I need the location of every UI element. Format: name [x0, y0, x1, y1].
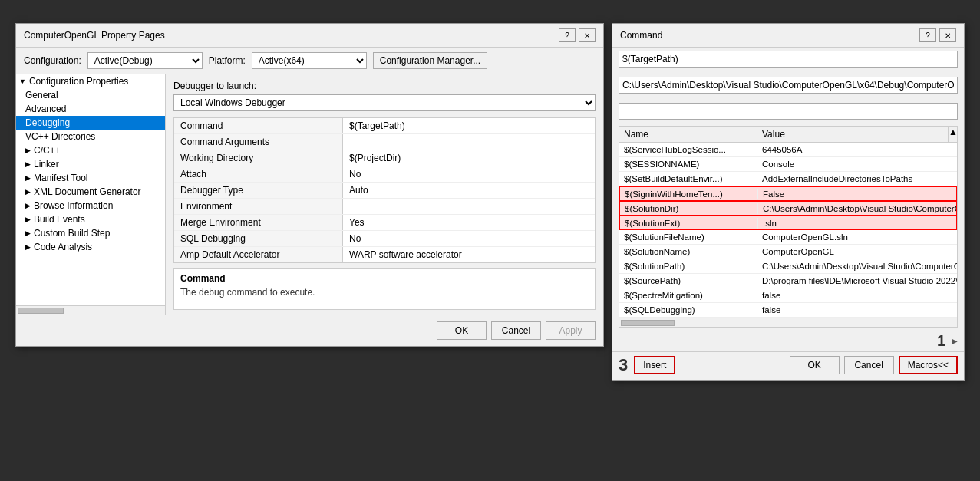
sidebar: ▼ Configuration Properties General Advan… [16, 74, 166, 305]
macro-scroll-thumb[interactable] [621, 320, 675, 326]
sidebar-item-vc-dirs[interactable]: VC++ Directories [16, 130, 165, 143]
macro-row[interactable]: $(SQLDebugging) false [619, 303, 957, 318]
expand-icon: ▶ [25, 229, 31, 237]
macro-row[interactable]: $(SetBuildDefaultEnvir...) AddExternalIn… [619, 172, 957, 186]
macro-row[interactable]: $(ServiceHubLogSessio... 6445056A [619, 143, 957, 157]
command-dialog: Command ? ✕ Name Value ▲ [612, 23, 965, 381]
main-property-pages-dialog: ComputerOpenGL Property Pages ? ✕ Config… [15, 23, 604, 347]
sidebar-item-build-events[interactable]: ▶ Build Events [16, 212, 165, 226]
number-label-1: 1 [937, 332, 945, 350]
macro-row[interactable]: $(SpectreMitigation) false [619, 288, 957, 303]
arrow-icon: ▼ [19, 77, 26, 85]
sidebar-item-label: Code Analysis [34, 242, 92, 252]
sidebar-item-general[interactable]: General [16, 88, 165, 102]
configuration-select[interactable]: Active(Debug) [87, 52, 203, 69]
sidebar-item-code-analysis[interactable]: ▶ Code Analysis [16, 240, 165, 254]
sidebar-item-browse-info[interactable]: ▶ Browse Information [16, 199, 165, 212]
cmd-ok-button[interactable]: OK [790, 356, 840, 374]
scroll-arrow: ▶ [952, 337, 958, 345]
cmd-help-button[interactable]: ? [919, 28, 936, 42]
macro-value: false [757, 290, 957, 301]
sidebar-horizontal-scrollbar[interactable] [16, 305, 165, 315]
cmd-cancel-button[interactable]: Cancel [844, 356, 894, 374]
apply-button[interactable]: Apply [546, 321, 596, 340]
main-dialog-footer: OK Cancel Apply [16, 315, 603, 346]
sidebar-item-label: VC++ Directories [25, 131, 95, 142]
prop-row-merge-env: Merge Environment Yes [174, 215, 595, 231]
command-empty-area [612, 97, 964, 123]
close-button[interactable]: ✕ [579, 28, 596, 42]
macro-row[interactable]: $(SolutionExt) .sln [619, 216, 957, 230]
ok-button[interactable]: OK [437, 321, 487, 340]
macro-row[interactable]: $(SolutionName) ComputerOpenGL [619, 245, 957, 259]
prop-value [343, 199, 595, 214]
dialog-body: ▼ Configuration Properties General Advan… [16, 74, 603, 315]
main-dialog-title: ComputerOpenGL Property Pages [24, 30, 165, 41]
macro-name: $(SpectreMitigation) [619, 290, 757, 301]
macro-value: Console [757, 159, 957, 170]
sidebar-item-label: Configuration Properties [29, 76, 128, 87]
command-input1[interactable] [619, 51, 958, 68]
cmd-close-button[interactable]: ✕ [939, 28, 956, 42]
config-manager-button[interactable]: Configuration Manager... [373, 52, 487, 69]
macro-name: $(SetBuildDefaultEnvir...) [619, 173, 757, 184]
cancel-button[interactable]: Cancel [491, 321, 541, 340]
macro-row[interactable]: $(SourcePath) D:\program files\IDE\Micro… [619, 274, 957, 288]
main-titlebar-buttons: ? ✕ [559, 28, 596, 42]
prop-row-working-dir: Working Directory $(ProjectDir) [174, 150, 595, 166]
macro-row[interactable]: $(SESSIONNAME) Console [619, 157, 957, 172]
platform-select[interactable]: Active(x64) [252, 52, 367, 69]
sidebar-item-config-props[interactable]: ▼ Configuration Properties [16, 74, 165, 88]
prop-label: Command [174, 118, 343, 133]
sidebar-item-manifest-tool[interactable]: ▶ Manifest Tool [16, 171, 165, 185]
empty-input-box[interactable] [619, 103, 958, 120]
macro-name: $(SolutionExt) [620, 218, 758, 229]
sidebar-item-cpp[interactable]: ▶ C/C++ [16, 143, 165, 157]
sidebar-item-label: Custom Build Step [34, 228, 110, 239]
help-button[interactable]: ? [559, 28, 576, 42]
prop-value: WARP software accelerator [343, 247, 595, 262]
prop-label: Working Directory [174, 150, 343, 166]
insert-button[interactable]: Insert [634, 356, 675, 374]
sidebar-item-xml-doc[interactable]: ▶ XML Document Generator [16, 185, 165, 199]
config-bar: Configuration: Active(Debug) Platform: A… [16, 48, 603, 74]
command-input-area2 [612, 71, 964, 97]
debugger-select[interactable]: Local Windows Debugger [173, 94, 596, 111]
number-label-3: 3 [619, 355, 628, 375]
main-titlebar: ComputerOpenGL Property Pages ? ✕ [16, 24, 603, 48]
prop-value: Yes [343, 215, 595, 230]
macros-button[interactable]: Macros<< [899, 356, 958, 374]
sidebar-item-label: Debugging [25, 117, 70, 128]
number-area: 1 ▶ [612, 331, 964, 351]
prop-row-attach: Attach No [174, 166, 595, 183]
macro-name: $(SigninWithHomeTen...) [620, 189, 758, 199]
macro-row[interactable]: $(SolutionPath) C:\Users\Admin\Desktop\V… [619, 259, 957, 274]
macro-name: $(SolutionFileName) [619, 232, 757, 242]
sidebar-item-advanced[interactable]: Advanced [16, 102, 165, 116]
desc-text: The debug command to execute. [180, 287, 589, 298]
macro-row[interactable]: $(SigninWithHomeTen...) False [619, 186, 957, 201]
prop-value: Auto [343, 183, 595, 198]
debugger-label: Debugger to launch: [173, 81, 256, 91]
macro-row[interactable]: $(SolutionDir) C:\Users\Admin\Desktop\Vi… [619, 201, 957, 216]
command-input2[interactable] [619, 77, 958, 94]
macro-value: C:\Users\Admin\Desktop\Visual Studio\Com… [758, 203, 956, 214]
command-input-area1 [612, 48, 964, 71]
macro-name: $(SESSIONNAME) [619, 159, 757, 170]
macro-value: false [757, 305, 957, 315]
macro-horizontal-scrollbar[interactable] [619, 318, 957, 327]
sidebar-scroll-thumb[interactable] [18, 308, 64, 314]
prop-value: No [343, 166, 595, 182]
sidebar-item-debugging[interactable]: Debugging [16, 116, 165, 130]
expand-icon: ▶ [25, 243, 31, 251]
macro-row[interactable]: $(SolutionFileName) ComputerOpenGL.sln [619, 230, 957, 245]
footer-left: 3 Insert [619, 355, 675, 375]
macro-name: $(ServiceHubLogSessio... [619, 144, 757, 155]
macro-value: C:\Users\Admin\Desktop\Visual Studio\Com… [757, 261, 957, 272]
prop-value: No [343, 231, 595, 246]
sidebar-item-custom-build[interactable]: ▶ Custom Build Step [16, 226, 165, 240]
command-titlebar: Command ? ✕ [612, 24, 964, 48]
config-label: Configuration: [24, 55, 81, 66]
sidebar-item-label: Manifest Tool [34, 173, 87, 183]
sidebar-item-linker[interactable]: ▶ Linker [16, 157, 165, 171]
